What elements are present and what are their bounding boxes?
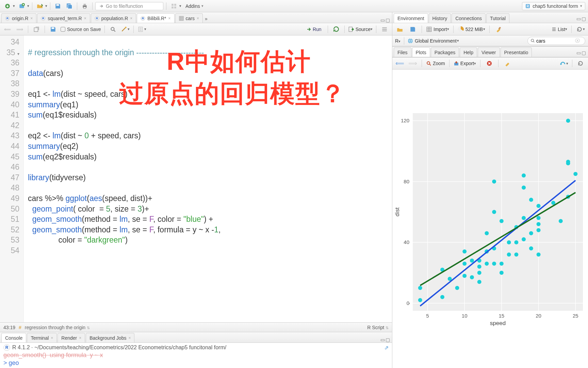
refresh-env-button[interactable]: ▾	[576, 25, 585, 34]
zoom-button[interactable]: Zoom	[426, 61, 445, 66]
svg-point-95	[566, 160, 570, 164]
language-selector[interactable]: R Script ⇅	[367, 325, 389, 330]
save-source-button[interactable]	[48, 25, 58, 34]
next-plot-button[interactable]: ⟹	[408, 59, 418, 68]
close-tab-icon[interactable]: ×	[84, 16, 86, 21]
editor-tab[interactable]: cars×	[175, 13, 203, 23]
console-pane-buttons[interactable]: ▭ ▢	[380, 337, 392, 342]
svg-point-48	[418, 298, 422, 302]
run-button[interactable]: Run	[304, 26, 324, 33]
editor-tab[interactable]: Rpopulation.R×	[91, 13, 136, 23]
cursor-position: 43:19	[3, 325, 15, 330]
find-button[interactable]	[108, 25, 118, 34]
plots-tab[interactable]: Presentatio	[501, 47, 532, 57]
minimize-icon[interactable]: ▭	[576, 50, 581, 56]
outline-button[interactable]	[380, 25, 389, 34]
new-file-dropdown-icon[interactable]: ▾	[13, 4, 15, 8]
wand-button[interactable]: ▾	[120, 25, 130, 34]
svg-text:25: 25	[573, 313, 578, 319]
prev-plot-button[interactable]: ⟸	[395, 59, 405, 68]
save-workspace-button[interactable]	[408, 25, 418, 34]
file-icon: R	[41, 16, 46, 21]
source-on-save-checkbox[interactable]: Source on Save	[61, 27, 101, 32]
env-tab[interactable]: Connections	[452, 13, 486, 23]
scope-global[interactable]: Global Environment ▾	[408, 38, 459, 44]
env-tab[interactable]: Environment	[394, 13, 428, 23]
minimize-icon[interactable]: ▭	[576, 16, 581, 21]
plots-tab[interactable]: Help	[460, 47, 477, 57]
grid-dropdown-icon[interactable]: ▾	[179, 4, 181, 8]
new-project-dropdown-icon[interactable]: ▾	[27, 4, 29, 8]
rerun-button[interactable]	[331, 25, 341, 34]
refresh-plot-button[interactable]	[576, 59, 585, 68]
svg-point-89	[537, 216, 541, 220]
open-file-button[interactable]	[35, 1, 45, 11]
close-icon[interactable]: ×	[79, 336, 81, 340]
svg-point-49	[418, 286, 422, 290]
svg-rect-30	[427, 27, 431, 32]
addins-menu[interactable]: Addins ▾	[183, 3, 206, 9]
close-tab-icon[interactable]: ×	[168, 16, 171, 21]
tab-overflow-button[interactable]: »	[203, 15, 209, 23]
env-search-input[interactable]: ⓧ	[527, 37, 585, 45]
console-tab[interactable]: Console	[1, 333, 26, 342]
close-tab-icon[interactable]: ×	[197, 16, 199, 21]
plots-tab[interactable]: Files	[394, 47, 411, 57]
publish-button[interactable]: ▾	[559, 59, 569, 68]
minimize-icon[interactable]: ▭	[380, 17, 385, 23]
console[interactable]: R R 4.1.2 · ~/Documents/teaching/Econome…	[0, 343, 392, 368]
editor-tab[interactable]: Rorigin.R×	[1, 13, 36, 23]
load-workspace-button[interactable]	[395, 25, 405, 34]
svg-rect-23	[52, 27, 54, 29]
notebook-button[interactable]: ▾	[137, 25, 147, 34]
code-editor[interactable]: 3435 ▾3637383940414243444546474849505152…	[0, 35, 392, 322]
editor-tab[interactable]: Rsquared_term.R×	[37, 13, 90, 23]
console-tab[interactable]: Terminal×	[27, 333, 57, 342]
popout-source-button[interactable]	[32, 25, 41, 34]
maximize-icon[interactable]: ▢	[386, 17, 390, 23]
minimize-icon[interactable]: ▭	[380, 337, 385, 342]
remove-plot-button[interactable]	[485, 59, 494, 68]
console-tab[interactable]: Background Jobs×	[86, 333, 134, 342]
save-all-button[interactable]	[65, 1, 74, 11]
svg-point-88	[537, 222, 541, 226]
close-icon[interactable]: ×	[128, 336, 131, 340]
section-selector[interactable]: regression through the origin ⇅	[25, 325, 364, 330]
plots-tab[interactable]: Packages	[431, 47, 459, 57]
source-button[interactable]: Source ▾	[348, 26, 373, 32]
import-dataset-button[interactable]: Import▾	[426, 26, 449, 32]
back-button[interactable]: ⟸	[3, 25, 12, 34]
new-project-button[interactable]	[17, 1, 27, 11]
env-tab[interactable]: History	[429, 13, 451, 23]
clear-search-icon[interactable]: ⓧ	[575, 38, 580, 44]
plot-canvas: 51015202504080120-speeddist	[392, 70, 588, 368]
plots-tab[interactable]: Viewer	[478, 47, 500, 57]
forward-button[interactable]: ⟹	[15, 25, 24, 34]
close-tab-icon[interactable]: ×	[130, 16, 132, 21]
project-selector[interactable]: R chap5 funcitonal form ▾	[522, 2, 585, 10]
svg-point-75	[507, 240, 511, 244]
print-button[interactable]	[80, 1, 89, 11]
plots-tab[interactable]: Plots	[412, 47, 430, 57]
clear-plots-button[interactable]	[503, 59, 512, 68]
scope-r[interactable]: R ▾	[395, 38, 401, 44]
close-tab-icon[interactable]: ×	[30, 16, 33, 21]
grid-button[interactable]	[169, 1, 179, 11]
clear-workspace-button[interactable]	[494, 25, 503, 34]
svg-text:R: R	[142, 17, 144, 20]
save-button[interactable]	[53, 1, 63, 11]
maximize-icon[interactable]: ▢	[582, 16, 586, 21]
new-file-button[interactable]	[3, 1, 12, 11]
svg-point-80	[522, 216, 526, 220]
env-tab[interactable]: Tutorial	[486, 13, 509, 23]
maximize-icon[interactable]: ▢	[386, 337, 390, 342]
memory-usage[interactable]: 522 MiB▾	[458, 26, 485, 32]
console-tab[interactable]: Render×	[58, 333, 85, 342]
goto-file-input[interactable]: Go to file/function	[95, 2, 163, 10]
maximize-icon[interactable]: ▢	[582, 50, 586, 56]
editor-tab[interactable]: RBilibili.R*×	[137, 13, 174, 23]
close-icon[interactable]: ×	[51, 336, 53, 340]
export-button[interactable]: Export▾	[454, 61, 476, 66]
open-dropdown-icon[interactable]: ▾	[45, 4, 47, 8]
list-grid-toggle[interactable]: List▾	[552, 27, 567, 32]
